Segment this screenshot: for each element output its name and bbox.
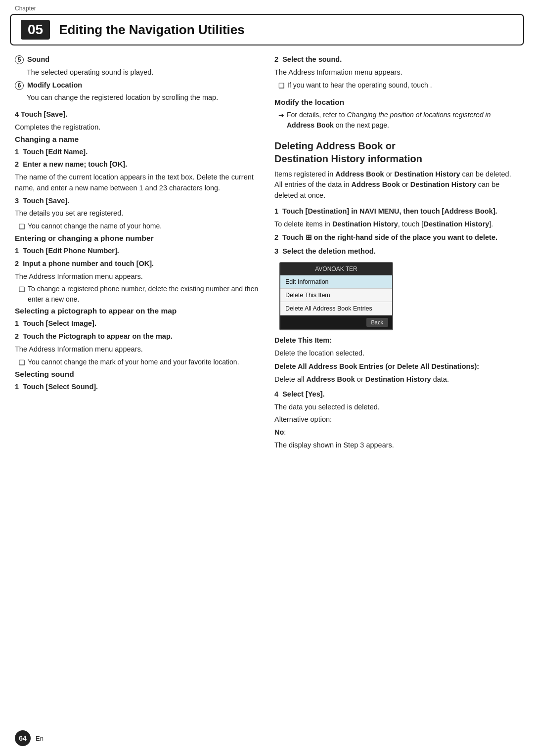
phone-number-heading: Entering or changing a phone number	[15, 234, 260, 243]
delete-this-item-body: Delete the location selected.	[274, 348, 519, 359]
pic-step1: 1 Touch [Select Image].	[15, 318, 260, 329]
pn-step2-note: ❑ To change a registered phone number, d…	[19, 284, 260, 305]
pn-step1: 1 Touch [Edit Phone Number].	[15, 246, 260, 257]
pn-step2-body: The Address Information menu appears.	[15, 271, 260, 282]
cn-step2-label: 2 Enter a new name; touch [OK].	[15, 159, 260, 170]
screenshot-menu-item-2: Delete This Item	[280, 289, 392, 302]
no-option-body: The display shown in Step 3 appears.	[274, 440, 519, 451]
pictograph-section: Selecting a pictograph to appear on the …	[15, 307, 260, 367]
sound-label: Sound	[27, 55, 49, 63]
cn-step3-note: ❑ You cannot change the name of your hom…	[19, 221, 260, 232]
deleting-heading: Deleting Address Book orDestination Hist…	[274, 139, 519, 165]
pn-step2: 2 Input a phone number and touch [OK]. T…	[15, 259, 260, 305]
changing-name-section: Changing a name 1 Touch [Edit Name]. 2 E…	[15, 135, 260, 232]
left-column: 5 Sound The selected operating sound is …	[15, 54, 260, 453]
modify-location-heading: 6 Modify Location	[15, 80, 260, 91]
step4-save: 4 Touch [Save]. Completes the registrati…	[15, 109, 260, 133]
selecting-sound-section: Selecting sound 1 Touch [Select Sound].	[15, 370, 260, 393]
delete-this-item-heading: Delete This Item:	[274, 336, 332, 344]
cn-step3-label: 3 Touch [Save].	[15, 196, 260, 207]
rc-step2-note: ❑ If you want to hear the operating soun…	[278, 80, 519, 91]
modify-location-section: Modify the location ➔ For details, refer…	[274, 98, 519, 131]
deleting-body: Items registered in Address Book or Dest…	[274, 169, 519, 201]
step4-body: Completes the registration.	[15, 122, 260, 133]
pic-step2-note-text: You cannot change the mark of your home …	[28, 357, 239, 367]
circle-6: 6	[15, 81, 24, 90]
ss-step1: 1 Touch [Select Sound].	[15, 382, 260, 393]
delete-all-heading: Delete All Address Book Entries (or Dele…	[274, 362, 479, 370]
del-step3: 3 Select the deletion method. AVONOAK TE…	[274, 246, 519, 330]
no-option-colon: :	[284, 428, 286, 436]
modify-location-section-heading: Modify the location	[274, 98, 519, 107]
chapter-number: 05	[21, 20, 50, 40]
pic-step2-note: ❑ You cannot change the mark of your hom…	[19, 357, 260, 368]
cn-step1: 1 Touch [Edit Name].	[15, 147, 260, 158]
note-bullet-1: ❑	[19, 222, 25, 232]
screenshot-menu-item-1: Edit Information	[280, 275, 392, 289]
modify-location-body: You can change the registered location b…	[27, 92, 260, 103]
cn-step3: 3 Touch [Save]. The details you set are …	[15, 196, 260, 232]
selecting-sound-heading: Selecting sound	[15, 370, 260, 379]
delete-all-section: Delete All Address Book Entries (or Dele…	[274, 361, 519, 385]
rc-step2-note-text: If you want to hear the operating sound,…	[287, 80, 432, 90]
arrow-bullet-1: ➔	[278, 110, 284, 121]
pic-step2: 2 Touch the Pictograph to appear on the …	[15, 331, 260, 368]
modify-location-note-text: For details, refer to Changing the posit…	[287, 110, 519, 131]
delete-this-item: Delete This Item: Delete the location se…	[274, 335, 519, 359]
main-content: 5 Sound The selected operating sound is …	[0, 45, 534, 453]
screenshot-mockup: AVONOAK TER Edit Information Delete This…	[279, 262, 393, 330]
rc-step2-body: The Address Information menu appears.	[274, 67, 519, 78]
del-step1: 1 Touch [Destination] in NAVI MENU, then…	[274, 206, 519, 230]
phone-number-section: Entering or changing a phone number 1 To…	[15, 234, 260, 305]
sound-item: 5 Sound The selected operating sound is …	[15, 54, 260, 78]
rc-step2-sound: 2 Select the sound. The Address Informat…	[274, 54, 519, 91]
cn-step2: 2 Enter a new name; touch [OK]. The name…	[15, 159, 260, 193]
sound-heading: 5 Sound	[15, 54, 260, 65]
note-bullet-4: ❑	[278, 81, 285, 91]
del-step4: 4 Select [Yes]. The data you selected is…	[274, 389, 519, 425]
cn-step3-body: The details you set are registered.	[15, 208, 260, 219]
chapter-title: Editing the Navigation Utilities	[59, 22, 245, 38]
page-number: 64	[15, 730, 31, 746]
screenshot-footer: Back	[280, 315, 392, 329]
delete-all-body: Delete all Address Book or Destination H…	[274, 374, 519, 385]
del-step4-line1: The data you selected is deleted.	[274, 402, 519, 413]
no-option: No: The display shown in Step 3 appears.	[274, 427, 519, 451]
page-footer: 64 En	[15, 730, 44, 746]
step4-label: 4 Touch [Save].	[15, 109, 260, 120]
changing-name-heading: Changing a name	[15, 135, 260, 144]
en-label: En	[36, 735, 44, 742]
modify-location-note: ➔ For details, refer to Changing the pos…	[278, 110, 519, 131]
screenshot-back-button[interactable]: Back	[366, 318, 388, 327]
right-column: 2 Select the sound. The Address Informat…	[274, 54, 519, 453]
chapter-label: Chapter	[0, 0, 534, 12]
no-option-heading: No	[274, 428, 284, 436]
modify-location-item: 6 Modify Location You can change the reg…	[15, 80, 260, 104]
note-bullet-3: ❑	[19, 357, 25, 368]
del-step2: 2 Touch ⊞ on the right-hand side of the …	[274, 232, 519, 243]
cn-step2-body: The name of the current location appears…	[15, 172, 260, 194]
screenshot-menu-item-3: Delete All Address Book Entries	[280, 302, 392, 315]
sound-body: The selected operating sound is played.	[27, 67, 260, 78]
pn-step2-note-text: To change a registered phone number, del…	[28, 284, 260, 305]
cn-step3-note-text: You cannot change the name of your home.	[28, 221, 162, 231]
chapter-header: 05 Editing the Navigation Utilities	[10, 14, 524, 45]
pictograph-heading: Selecting a pictograph to appear on the …	[15, 307, 260, 315]
cn-step1-label: 1 Touch [Edit Name].	[15, 147, 260, 158]
pic-step2-body: The Address Information menu appears.	[15, 344, 260, 355]
modify-location-label: Modify Location	[27, 81, 82, 89]
note-bullet-2: ❑	[19, 284, 25, 295]
screenshot-title: AVONOAK TER	[280, 263, 392, 275]
circle-5: 5	[15, 55, 24, 64]
del-step1-body: To delete items in Destination History, …	[274, 219, 519, 230]
del-step4-line2: Alternative option:	[274, 414, 519, 425]
